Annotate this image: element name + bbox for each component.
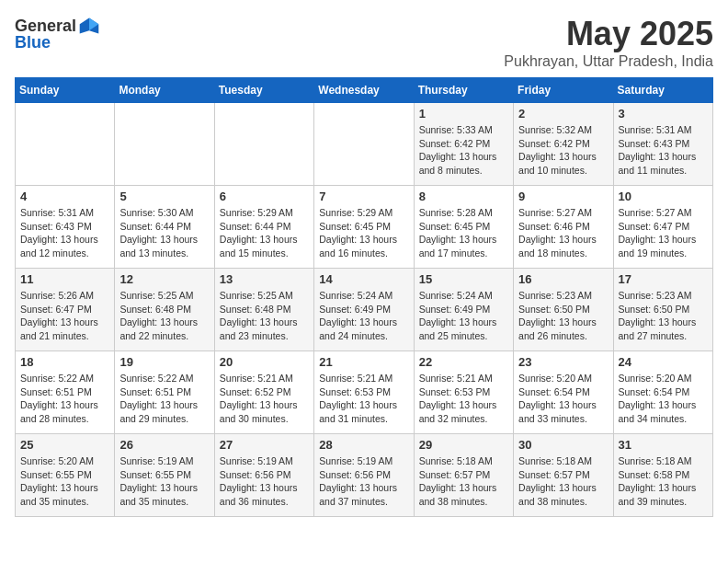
day-number: 7 — [319, 190, 408, 203]
calendar-cell: 4Sunrise: 5:31 AM Sunset: 6:43 PM Daylig… — [16, 186, 115, 269]
day-number: 16 — [518, 272, 608, 286]
day-info: Sunrise: 5:19 AM Sunset: 6:56 PM Dayligh… — [220, 454, 309, 509]
calendar-cell: 1Sunrise: 5:33 AM Sunset: 6:42 PM Daylig… — [414, 103, 513, 186]
day-info: Sunrise: 5:27 AM Sunset: 6:47 PM Dayligh… — [619, 206, 708, 260]
header-sunday: Sunday — [16, 78, 115, 103]
day-number: 21 — [319, 355, 408, 369]
day-number: 17 — [619, 272, 708, 286]
month-title: May 2025 — [504, 15, 713, 53]
calendar-cell — [214, 103, 313, 186]
calendar-cell: 27Sunrise: 5:19 AM Sunset: 6:56 PM Dayli… — [214, 434, 313, 517]
calendar-body: 1Sunrise: 5:33 AM Sunset: 6:42 PM Daylig… — [16, 103, 713, 517]
day-info: Sunrise: 5:23 AM Sunset: 6:50 PM Dayligh… — [518, 289, 608, 343]
day-number: 27 — [220, 438, 309, 452]
logo-icon — [78, 15, 100, 37]
header-monday: Monday — [115, 78, 214, 103]
day-info: Sunrise: 5:19 AM Sunset: 6:56 PM Dayligh… — [319, 454, 408, 509]
day-info: Sunrise: 5:24 AM Sunset: 6:49 PM Dayligh… — [319, 289, 408, 343]
day-info: Sunrise: 5:21 AM Sunset: 6:53 PM Dayligh… — [419, 372, 508, 426]
calendar-cell — [16, 103, 115, 186]
day-number: 25 — [20, 438, 109, 452]
day-number: 18 — [20, 355, 109, 369]
day-info: Sunrise: 5:32 AM Sunset: 6:42 PM Dayligh… — [518, 123, 608, 178]
day-number: 20 — [220, 355, 309, 369]
calendar-cell: 10Sunrise: 5:27 AM Sunset: 6:47 PM Dayli… — [613, 186, 712, 269]
day-info: Sunrise: 5:20 AM Sunset: 6:54 PM Dayligh… — [619, 372, 708, 426]
location-subtitle: Pukhrayan, Uttar Pradesh, India — [504, 53, 713, 70]
header-saturday: Saturday — [613, 78, 712, 103]
day-info: Sunrise: 5:18 AM Sunset: 6:57 PM Dayligh… — [518, 454, 608, 509]
day-number: 22 — [419, 355, 508, 369]
calendar-table: Sunday Monday Tuesday Wednesday Thursday… — [15, 77, 713, 517]
day-info: Sunrise: 5:21 AM Sunset: 6:52 PM Dayligh… — [220, 372, 309, 426]
calendar-cell: 16Sunrise: 5:23 AM Sunset: 6:50 PM Dayli… — [514, 269, 613, 351]
day-info: Sunrise: 5:31 AM Sunset: 6:43 PM Dayligh… — [20, 206, 109, 260]
day-info: Sunrise: 5:22 AM Sunset: 6:51 PM Dayligh… — [119, 372, 209, 426]
calendar-week-1: 1Sunrise: 5:33 AM Sunset: 6:42 PM Daylig… — [16, 103, 713, 186]
day-info: Sunrise: 5:28 AM Sunset: 6:45 PM Dayligh… — [419, 206, 508, 260]
day-number: 9 — [518, 190, 608, 203]
logo-blue: Blue — [15, 33, 51, 52]
day-info: Sunrise: 5:33 AM Sunset: 6:42 PM Dayligh… — [419, 123, 508, 178]
calendar-week-5: 25Sunrise: 5:20 AM Sunset: 6:55 PM Dayli… — [16, 434, 713, 517]
day-info: Sunrise: 5:19 AM Sunset: 6:55 PM Dayligh… — [119, 454, 209, 509]
header-thursday: Thursday — [414, 78, 513, 103]
day-info: Sunrise: 5:24 AM Sunset: 6:49 PM Dayligh… — [419, 289, 508, 343]
day-number: 11 — [20, 272, 109, 286]
calendar-cell: 21Sunrise: 5:21 AM Sunset: 6:53 PM Dayli… — [314, 351, 414, 434]
calendar-cell: 19Sunrise: 5:22 AM Sunset: 6:51 PM Dayli… — [115, 351, 214, 434]
day-info: Sunrise: 5:30 AM Sunset: 6:44 PM Dayligh… — [119, 206, 209, 260]
calendar-cell: 7Sunrise: 5:29 AM Sunset: 6:45 PM Daylig… — [314, 186, 414, 269]
day-info: Sunrise: 5:23 AM Sunset: 6:50 PM Dayligh… — [619, 289, 708, 343]
calendar-cell: 22Sunrise: 5:21 AM Sunset: 6:53 PM Dayli… — [414, 351, 513, 434]
calendar-cell: 23Sunrise: 5:20 AM Sunset: 6:54 PM Dayli… — [514, 351, 613, 434]
calendar-cell: 11Sunrise: 5:26 AM Sunset: 6:47 PM Dayli… — [16, 269, 115, 351]
day-number: 14 — [319, 272, 408, 286]
calendar-week-3: 11Sunrise: 5:26 AM Sunset: 6:47 PM Dayli… — [16, 269, 713, 351]
day-number: 4 — [20, 190, 109, 203]
day-number: 26 — [119, 438, 209, 452]
day-number: 15 — [419, 272, 508, 286]
day-number: 30 — [518, 438, 608, 452]
calendar-cell: 26Sunrise: 5:19 AM Sunset: 6:55 PM Dayli… — [115, 434, 214, 517]
calendar-cell: 9Sunrise: 5:27 AM Sunset: 6:46 PM Daylig… — [514, 186, 613, 269]
header-wednesday: Wednesday — [314, 78, 414, 103]
calendar-cell: 25Sunrise: 5:20 AM Sunset: 6:55 PM Dayli… — [16, 434, 115, 517]
day-info: Sunrise: 5:25 AM Sunset: 6:48 PM Dayligh… — [119, 289, 209, 343]
day-number: 1 — [419, 107, 508, 121]
day-info: Sunrise: 5:18 AM Sunset: 6:58 PM Dayligh… — [619, 454, 708, 509]
day-info: Sunrise: 5:21 AM Sunset: 6:53 PM Dayligh… — [319, 372, 408, 426]
day-number: 3 — [619, 107, 708, 121]
calendar-header: Sunday Monday Tuesday Wednesday Thursday… — [16, 78, 713, 103]
calendar-week-2: 4Sunrise: 5:31 AM Sunset: 6:43 PM Daylig… — [16, 186, 713, 269]
day-info: Sunrise: 5:29 AM Sunset: 6:45 PM Dayligh… — [319, 206, 408, 260]
day-info: Sunrise: 5:25 AM Sunset: 6:48 PM Dayligh… — [220, 289, 309, 343]
calendar-cell — [115, 103, 214, 186]
calendar-cell: 13Sunrise: 5:25 AM Sunset: 6:48 PM Dayli… — [214, 269, 313, 351]
day-number: 6 — [220, 190, 309, 203]
header-tuesday: Tuesday — [214, 78, 313, 103]
title-section: May 2025 Pukhrayan, Uttar Pradesh, India — [504, 15, 713, 70]
calendar-cell: 15Sunrise: 5:24 AM Sunset: 6:49 PM Dayli… — [414, 269, 513, 351]
logo: General Blue — [15, 15, 100, 52]
day-info: Sunrise: 5:20 AM Sunset: 6:54 PM Dayligh… — [518, 372, 608, 426]
header-friday: Friday — [514, 78, 613, 103]
day-number: 10 — [619, 190, 708, 203]
calendar-cell — [314, 103, 414, 186]
day-number: 23 — [518, 355, 608, 369]
day-number: 8 — [419, 190, 508, 203]
day-info: Sunrise: 5:26 AM Sunset: 6:47 PM Dayligh… — [20, 289, 109, 343]
calendar-cell: 3Sunrise: 5:31 AM Sunset: 6:43 PM Daylig… — [613, 103, 712, 186]
day-number: 2 — [518, 107, 608, 121]
calendar-cell: 29Sunrise: 5:18 AM Sunset: 6:57 PM Dayli… — [414, 434, 513, 517]
day-number: 19 — [119, 355, 209, 369]
day-info: Sunrise: 5:27 AM Sunset: 6:46 PM Dayligh… — [518, 206, 608, 260]
calendar-cell: 30Sunrise: 5:18 AM Sunset: 6:57 PM Dayli… — [514, 434, 613, 517]
calendar-cell: 14Sunrise: 5:24 AM Sunset: 6:49 PM Dayli… — [314, 269, 414, 351]
calendar-cell: 8Sunrise: 5:28 AM Sunset: 6:45 PM Daylig… — [414, 186, 513, 269]
calendar-cell: 6Sunrise: 5:29 AM Sunset: 6:44 PM Daylig… — [214, 186, 313, 269]
calendar-cell: 20Sunrise: 5:21 AM Sunset: 6:52 PM Dayli… — [214, 351, 313, 434]
day-number: 31 — [619, 438, 708, 452]
calendar-cell: 5Sunrise: 5:30 AM Sunset: 6:44 PM Daylig… — [115, 186, 214, 269]
calendar-cell: 24Sunrise: 5:20 AM Sunset: 6:54 PM Dayli… — [613, 351, 712, 434]
